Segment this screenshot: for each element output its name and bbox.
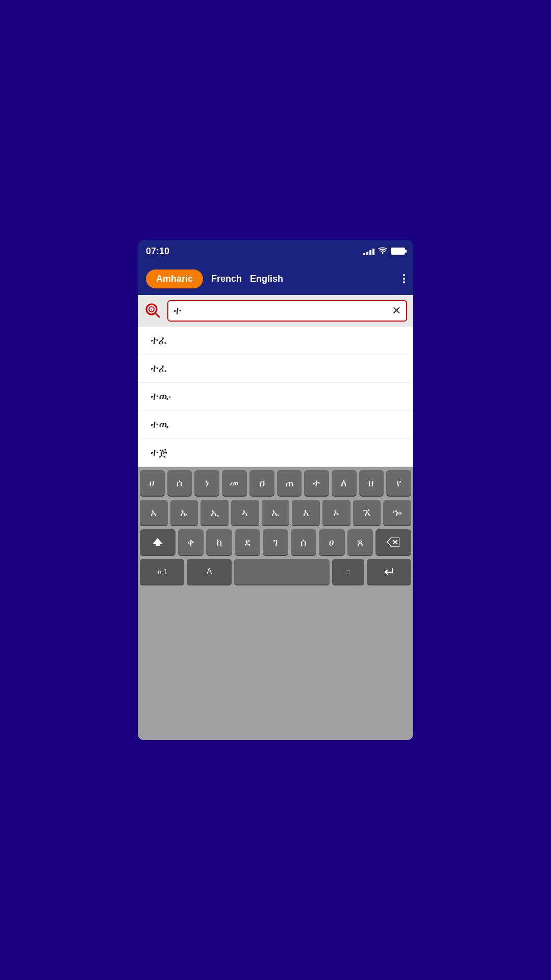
- tab-amharic[interactable]: Amharic: [146, 270, 203, 288]
- language-key[interactable]: A: [187, 559, 231, 585]
- key-h[interactable]: ሀ: [319, 529, 344, 556]
- svg-text:↑: ↑: [150, 307, 153, 313]
- battery-icon: [391, 248, 405, 255]
- key-a4[interactable]: ኣ: [231, 500, 259, 526]
- key-a6[interactable]: እ: [292, 500, 320, 526]
- signal-bars-icon: [363, 247, 374, 255]
- svg-marker-6: [387, 537, 399, 547]
- more-menu-button[interactable]: [403, 274, 405, 283]
- key-k[interactable]: ከ: [206, 529, 232, 556]
- keyboard-row-4: ፀ,1 A ::: [140, 559, 411, 585]
- key-o1[interactable]: ዐ: [249, 470, 274, 497]
- search-input[interactable]: [173, 304, 392, 317]
- key-d[interactable]: ደ: [235, 529, 260, 556]
- suggestion-item[interactable]: ተፈ: [138, 355, 413, 383]
- key-u[interactable]: ሀ: [140, 470, 165, 497]
- key-y[interactable]: የ: [386, 470, 411, 497]
- backspace-key[interactable]: [375, 529, 411, 556]
- key-a2[interactable]: ኡ: [170, 500, 198, 526]
- keyboard-row-2: አ ኡ ኢ ኣ ኤ እ ኦ ኧ ኈ: [140, 500, 411, 526]
- suggestion-item[interactable]: ተዉ: [138, 411, 413, 439]
- svg-point-0: [382, 252, 384, 254]
- keyboard-row-1: ሀ ሰ ነ መ ዐ ጠ ተ ለ ዘ የ: [140, 470, 411, 497]
- tab-english[interactable]: English: [250, 274, 283, 284]
- key-a5[interactable]: ኤ: [262, 500, 290, 526]
- suggestion-item[interactable]: ተፈ: [138, 327, 413, 355]
- suggestions-dropdown: ተፈ ተፈ ተዉ· ተዉ ተጅ: [138, 327, 413, 467]
- key-t2[interactable]: ተ: [304, 470, 329, 497]
- suggestion-item[interactable]: ተጅ: [138, 439, 413, 467]
- search-area: ↑ ✕: [138, 295, 413, 327]
- key-g[interactable]: ገ: [263, 529, 288, 556]
- search-icon: ↑: [144, 302, 162, 320]
- app-header: Amharic French English: [138, 262, 413, 295]
- numbers-key[interactable]: ፀ,1: [140, 559, 184, 585]
- keyboard: ሀ ሰ ነ መ ዐ ጠ ተ ለ ዘ የ አ ኡ ኢ ኣ ኤ እ ኦ ኧ ኈ: [138, 467, 413, 740]
- dots-key[interactable]: ::: [332, 559, 364, 585]
- key-n2[interactable]: ነ: [194, 470, 219, 497]
- key-a9[interactable]: ኈ: [383, 500, 411, 526]
- space-key[interactable]: [234, 559, 330, 585]
- svg-line-2: [155, 313, 159, 317]
- status-bar: 07:10: [138, 240, 413, 262]
- phone-container: 07:10 Amharic French Eng: [138, 240, 413, 740]
- enter-key[interactable]: [367, 559, 411, 585]
- key-a1[interactable]: አ: [140, 500, 168, 526]
- key-a3[interactable]: ኢ: [201, 500, 229, 526]
- tab-french[interactable]: French: [211, 274, 242, 284]
- suggestion-item[interactable]: ተዉ·: [138, 383, 413, 411]
- key-z[interactable]: ዘ: [359, 470, 384, 497]
- status-icons: [363, 247, 405, 256]
- key-s[interactable]: ሰ: [291, 529, 316, 556]
- key-ts[interactable]: ጸ: [347, 529, 373, 556]
- keyboard-row-3: ቀ ከ ደ ገ ሰ ሀ ጸ: [140, 529, 411, 556]
- key-a7[interactable]: ኦ: [322, 500, 350, 526]
- key-q[interactable]: ቀ: [178, 529, 204, 556]
- wifi-icon: [378, 247, 388, 256]
- status-time: 07:10: [146, 246, 169, 257]
- key-m[interactable]: መ: [222, 470, 247, 497]
- shift-key[interactable]: [140, 529, 176, 556]
- key-a8[interactable]: ኧ: [353, 500, 381, 526]
- key-n1[interactable]: ሰ: [167, 470, 192, 497]
- key-l[interactable]: ለ: [332, 470, 357, 497]
- search-input-container: ✕: [167, 300, 407, 322]
- key-t1[interactable]: ጠ: [277, 470, 302, 497]
- svg-marker-5: [153, 538, 163, 546]
- clear-button[interactable]: ✕: [392, 305, 401, 316]
